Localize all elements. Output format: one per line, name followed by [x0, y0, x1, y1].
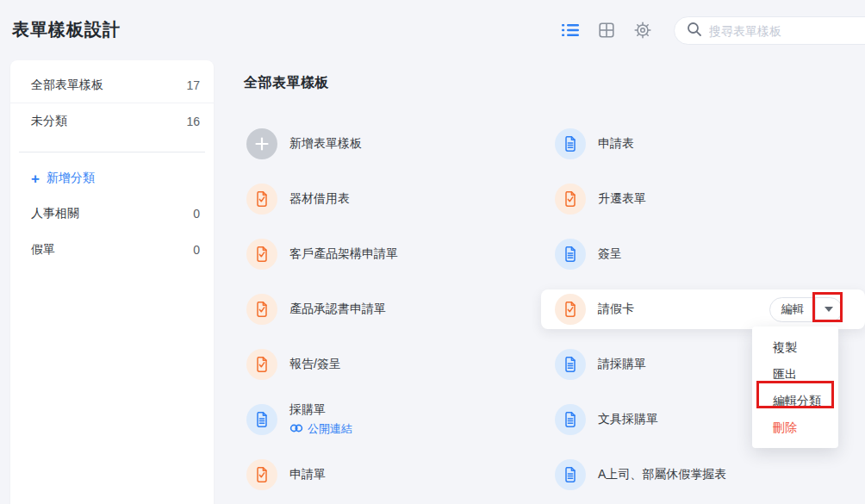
form-lines-doc-icon [555, 459, 586, 490]
form-lines-doc-icon [555, 239, 586, 270]
search-box[interactable] [674, 16, 865, 45]
search-input[interactable] [709, 24, 865, 38]
sidebar-item-label: 假單 [31, 242, 55, 258]
sidebar-item-hr-related[interactable]: 人事相關 0 [10, 196, 214, 232]
sidebar-item-count: 16 [186, 115, 200, 128]
template-label: 簽呈 [598, 246, 622, 262]
template-label: 產品承認書申請單 [289, 302, 386, 317]
sidebar-item-label: 未分類 [31, 114, 67, 129]
form-check-doc-icon [246, 459, 277, 490]
template-item[interactable]: 申請單 [233, 447, 536, 502]
search-icon [687, 22, 702, 40]
header: 表單樣板設計 [0, 0, 865, 53]
add-template-label: 新增表單樣板 [289, 136, 362, 152]
sidebar: 全部表單樣板 17 未分類 16 + 新增分類 人事相關 0 假單 0 [10, 60, 214, 504]
form-template-design-page: { "header": { "title": "表單樣板設計", "search… [0, 0, 865, 504]
add-category-button[interactable]: + 新增分類 [10, 161, 214, 196]
context-dropdown-menu: 複製 匯出 編輯分類 刪除 [752, 327, 838, 448]
template-label: 請假卡 [598, 302, 634, 317]
form-lines-doc-icon [555, 128, 586, 159]
form-lines-doc-icon [246, 404, 277, 435]
menu-item-copy[interactable]: 複製 [752, 334, 838, 361]
template-item[interactable]: 採購單 公開連結 [233, 392, 536, 447]
menu-item-export[interactable]: 匯出 [752, 361, 838, 388]
form-check-doc-icon [246, 294, 277, 325]
form-lines-doc-icon [555, 404, 586, 435]
template-column-left: 新增表單樣板 器材借用表 客戶產品架構申請單 產品承認書申請單 報告/簽呈 採購… [233, 116, 536, 502]
template-label: 申請表 [598, 136, 634, 152]
add-category-label: 新增分類 [47, 171, 95, 186]
template-item-hovered[interactable]: 請假卡 編輯 [541, 289, 865, 329]
view-controls [562, 22, 651, 39]
template-item[interactable]: 升遷表單 [541, 171, 865, 227]
form-check-doc-icon [246, 239, 277, 270]
add-template-button[interactable]: 新增表單樣板 [233, 116, 536, 171]
add-plus-icon [246, 128, 277, 159]
template-label: 採購單 [289, 402, 352, 418]
form-check-doc-icon [246, 184, 277, 215]
template-label: 請採購單 [598, 357, 646, 372]
template-item[interactable]: 簽呈 [541, 227, 865, 282]
template-label: 報告/簽呈 [289, 357, 341, 372]
sidebar-item-label: 全部表單樣板 [31, 78, 103, 93]
template-label: 器材借用表 [289, 191, 350, 207]
list-view-icon[interactable] [562, 22, 579, 39]
form-lines-doc-icon [555, 349, 586, 380]
sidebar-item-uncategorized[interactable]: 未分類 16 [10, 103, 214, 140]
edit-button[interactable]: 編輯 [770, 298, 816, 321]
menu-item-edit-category[interactable]: 編輯分類 [752, 388, 838, 414]
template-item[interactable]: 產品承認書申請單 [233, 282, 536, 337]
template-label: 客戶產品架構申請單 [289, 246, 398, 262]
sidebar-divider [19, 152, 205, 152]
template-label: 申請單 [289, 467, 326, 482]
settings-gear-icon[interactable] [634, 22, 651, 39]
template-item[interactable]: 報告/簽呈 [233, 337, 536, 392]
template-item[interactable]: 申請表 [541, 116, 865, 171]
public-link-label: 公開連結 [308, 421, 352, 437]
form-check-doc-icon [555, 294, 586, 325]
page-title: 表單樣板設計 [12, 18, 121, 41]
sidebar-item-count: 0 [193, 243, 200, 257]
link-chain-icon [289, 423, 303, 436]
sidebar-item-leave-form[interactable]: 假單 0 [10, 232, 214, 268]
sidebar-item-all-templates[interactable]: 全部表單樣板 17 [10, 67, 214, 103]
template-item[interactable]: 客戶產品架構申請單 [233, 227, 536, 282]
sidebar-item-count: 17 [186, 78, 200, 92]
template-label: 文具採購單 [598, 412, 658, 427]
form-check-doc-icon [246, 349, 277, 380]
sidebar-item-label: 人事相關 [31, 206, 79, 221]
dropdown-arrow-button[interactable] [816, 298, 842, 321]
form-check-doc-icon [555, 184, 586, 215]
chevron-down-icon [825, 307, 833, 312]
template-label: A上司、部屬休假掌握表 [598, 467, 726, 482]
grid-view-icon[interactable] [598, 22, 615, 39]
edit-split-button: 編輯 [769, 297, 843, 322]
template-item[interactable]: 器材借用表 [233, 171, 536, 227]
plus-icon: + [31, 171, 40, 186]
menu-item-delete[interactable]: 刪除 [752, 414, 838, 441]
template-item[interactable]: A上司、部屬休假掌握表 [541, 447, 865, 502]
public-link[interactable]: 公開連結 [289, 421, 352, 437]
sidebar-item-count: 0 [193, 207, 200, 221]
template-label: 升遷表單 [598, 191, 646, 207]
main-heading: 全部表單樣板 [244, 74, 329, 92]
